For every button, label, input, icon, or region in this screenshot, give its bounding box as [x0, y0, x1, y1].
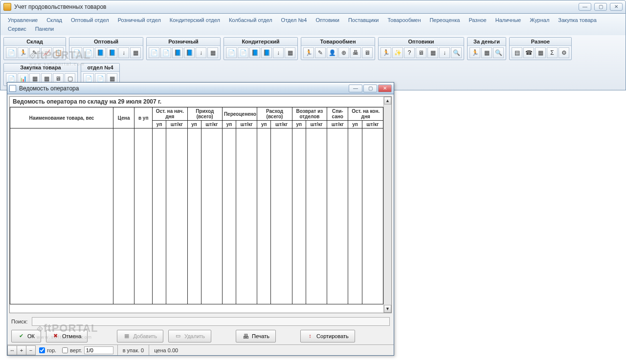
menu-item-14[interactable]: Закупка товара	[554, 16, 601, 24]
menu-item-4[interactable]: Кондитерский отдел	[165, 16, 224, 24]
menu-item-8[interactable]: Поставщики	[344, 16, 383, 24]
toolbar-group-title: отдел №4	[81, 64, 119, 72]
toolbar-button[interactable]: 📄	[71, 47, 82, 58]
modal-titlebar: Ведомость оператора — ▢ ✕	[7, 83, 394, 90]
toolbar-button[interactable]: Σ	[547, 47, 558, 58]
document-icon	[9, 85, 16, 91]
toolbar-group-3: Кондитерский📄📄📘📘↓▦	[224, 37, 298, 60]
toolbar-button[interactable]: ↓	[439, 47, 450, 58]
toolbar-group-7: Разное▤☎▦Σ⚙	[509, 37, 572, 60]
toolbar-button[interactable]: 📄	[226, 47, 237, 58]
toolbar-button[interactable]: ▦	[207, 47, 218, 58]
menu-item-11[interactable]: Разное	[464, 16, 491, 24]
toolbar-button[interactable]: 📄	[149, 47, 159, 58]
toolbar-button[interactable]: ✨	[392, 47, 403, 58]
toolbar-button[interactable]: 🖥	[416, 47, 426, 58]
toolbar-group-title: Склад	[4, 38, 66, 46]
menu-item-0[interactable]: Управление	[3, 16, 42, 24]
toolbar-group-1: Оптовый📄📄📘📘↓▦	[69, 37, 143, 60]
toolbar-button[interactable]: 📘	[261, 47, 272, 58]
toolbar-button[interactable]: 🏃	[18, 47, 28, 58]
toolbar-group-title: Оптовики	[379, 38, 464, 46]
toolbar-button[interactable]: ▦	[427, 47, 438, 58]
toolbar-group-title: Товарообмен	[301, 38, 375, 46]
toolbar-button[interactable]: 🏃	[303, 47, 314, 58]
menubar: УправлениеСкладОптовый отделРозничный от…	[0, 14, 626, 35]
toolbar-group-title: Разное	[510, 38, 571, 46]
modal-maximize-button[interactable]: ▢	[363, 85, 377, 91]
toolbar-group-5: Оптовики🏃✨?🖥▦↓🔍	[378, 37, 464, 60]
toolbar-button[interactable]: 📘	[95, 47, 106, 58]
toolbar-button[interactable]: ⊕	[338, 47, 349, 58]
menu-item-10[interactable]: Переоценка	[425, 16, 464, 24]
toolbar-group-title: Розничный	[147, 38, 220, 46]
toolbar-button[interactable]: ☎	[523, 47, 534, 58]
toolbar-group-6: За деньги🏃▦🔍	[467, 37, 506, 60]
toolbar-button[interactable]: 🔍	[493, 47, 504, 58]
toolbar-group-2: Розничный📄📄📘📘↓▦	[146, 37, 221, 60]
toolbar-group-title: За деньги	[468, 38, 506, 46]
main-titlebar: Учет продовольственных товаров — ▢ ✕	[0, 0, 626, 14]
toolbar-button[interactable]: 📘	[249, 47, 260, 58]
toolbar-button[interactable]: ?	[404, 47, 415, 58]
app-icon	[3, 3, 11, 11]
minimize-button[interactable]: —	[579, 3, 591, 11]
toolbar-button[interactable]: ▦	[535, 47, 546, 58]
menu-item-12[interactable]: Наличные	[491, 16, 525, 24]
toolbar-button[interactable]: 📄	[83, 47, 94, 58]
toolbar-button[interactable]: ↓	[196, 47, 206, 58]
menu-item-1[interactable]: Склад	[42, 16, 67, 24]
modal-minimize-button[interactable]: —	[349, 85, 362, 91]
menu-item-13[interactable]: Журнал	[525, 16, 554, 24]
toolbar-group-0: Склад📄🏃✎📈📋	[3, 37, 66, 60]
app-title: Учет продовольственных товаров	[14, 3, 579, 10]
toolbar-button[interactable]: 📘	[107, 47, 117, 58]
menu-item-5[interactable]: Колбасный отдел	[224, 16, 277, 24]
toolbar-group-title: Кондитерский	[224, 38, 297, 46]
modal-title: Ведомость оператора	[19, 85, 349, 91]
operator-report-window: Ведомость оператора — ▢ ✕ Ведомость опер…	[7, 82, 394, 90]
menu-item-16[interactable]: Панели	[31, 24, 58, 33]
toolbar-button[interactable]: ↓	[273, 47, 284, 58]
toolbar-button[interactable]: ✎	[29, 47, 40, 58]
toolbar-group-title: Оптовый	[69, 38, 143, 46]
toolbar-button[interactable]: 📘	[184, 47, 195, 58]
menu-item-3[interactable]: Розничный отдел	[113, 16, 165, 24]
toolbar-button[interactable]: ▤	[512, 47, 522, 58]
toolbar-button[interactable]: ⚙	[559, 47, 569, 58]
menu-item-6[interactable]: Отдел №4	[277, 16, 312, 24]
toolbar-button[interactable]: 👤	[327, 47, 337, 58]
toolbar-button[interactable]: 📄	[6, 47, 17, 58]
toolbar-button[interactable]: ▦	[285, 47, 295, 58]
toolbar-button[interactable]: ✎	[315, 47, 326, 58]
toolbar-button[interactable]: 🖶	[350, 47, 361, 58]
menu-item-15[interactable]: Сервис	[3, 24, 31, 33]
toolbar-button[interactable]: 📄	[160, 47, 171, 58]
toolbar-button[interactable]: 📄	[238, 47, 248, 58]
toolbar-button[interactable]: 🔍	[451, 47, 462, 58]
menu-item-2[interactable]: Оптовый отдел	[67, 16, 113, 24]
close-button[interactable]: ✕	[610, 3, 623, 11]
toolbar-button[interactable]: 📋	[53, 47, 64, 58]
toolbar-group-4: Товарообмен🏃✎👤⊕🖶🖥	[301, 37, 375, 60]
toolbar-button[interactable]: 📘	[172, 47, 183, 58]
maximize-button[interactable]: ▢	[594, 3, 607, 11]
menu-item-7[interactable]: Оптовики	[311, 16, 344, 24]
toolbar-button[interactable]: 🏃	[380, 47, 391, 58]
toolbar-button[interactable]: 🖥	[362, 47, 373, 58]
toolbar-group-title: Закупка товара	[4, 64, 77, 72]
toolbar-button[interactable]: ↓	[118, 47, 129, 58]
toolbar-button[interactable]: ▦	[481, 47, 492, 58]
menu-item-9[interactable]: Товарообмен	[383, 16, 425, 24]
toolbar-button[interactable]: 📈	[41, 47, 52, 58]
toolbar-button[interactable]: ▦	[130, 47, 141, 58]
modal-close-button[interactable]: ✕	[378, 85, 392, 91]
toolbar-button[interactable]: 🏃	[470, 47, 480, 58]
